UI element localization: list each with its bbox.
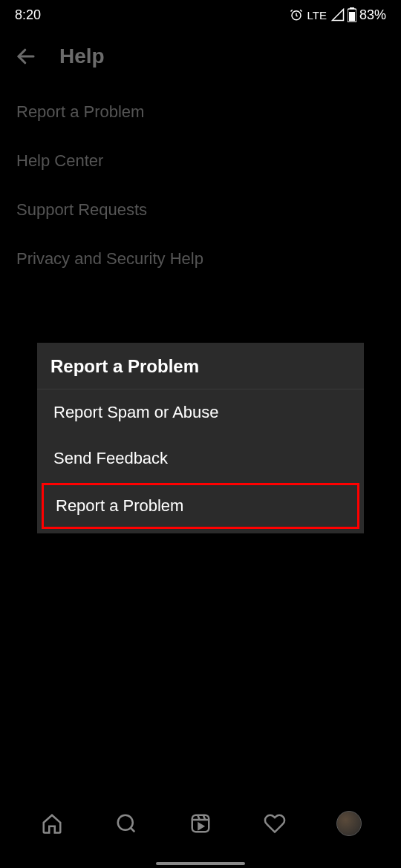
dialog-title: Report a Problem [50,356,351,377]
reels-icon[interactable] [188,811,213,836]
dialog-option-feedback[interactable]: Send Feedback [37,435,364,481]
menu-report-problem[interactable]: Report a Problem [16,88,385,137]
signal-icon [331,8,345,22]
profile-avatar[interactable] [336,811,362,836]
page-header: Help [0,30,401,80]
status-bar: 8:20 LTE 83% [0,0,401,30]
svg-rect-7 [192,815,209,832]
page-title: Help [59,45,105,68]
dialog-option-report-problem[interactable]: Report a Problem [42,483,359,529]
svg-point-5 [118,815,133,830]
search-icon[interactable] [114,811,139,836]
svg-rect-3 [349,12,355,22]
alarm-icon [290,8,303,22]
activity-icon[interactable] [262,811,287,836]
bottom-nav [0,794,401,868]
status-time: 8:20 [15,7,41,23]
battery-icon [348,7,356,22]
dialog-option-spam[interactable]: Report Spam or Abuse [37,389,364,435]
svg-line-6 [131,828,134,832]
report-dialog: Report a Problem Report Spam or Abuse Se… [37,343,364,533]
back-icon[interactable] [15,45,37,68]
menu-help-center[interactable]: Help Center [16,137,385,185]
battery-percent: 83% [359,7,386,23]
home-icon[interactable] [39,811,65,836]
network-type: LTE [307,9,327,22]
menu-support-requests[interactable]: Support Requests [16,185,385,234]
help-menu: Report a Problem Help Center Support Req… [0,80,401,291]
status-icons: LTE 83% [290,7,386,23]
menu-privacy-security[interactable]: Privacy and Security Help [16,234,385,283]
home-indicator [156,862,245,865]
dialog-header: Report a Problem [37,343,364,389]
